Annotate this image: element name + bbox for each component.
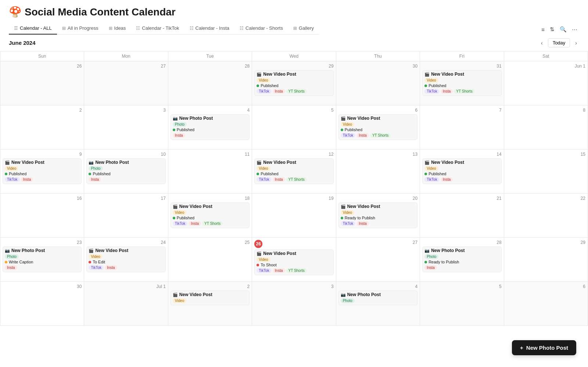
calendar-cell-24[interactable]: 24🎬New Video PostVideoTo EditTikTokInsta xyxy=(84,238,168,282)
platform-tag: Insta xyxy=(189,221,201,226)
event-item[interactable]: 📷New Photo PostPhotoReady to PublishInst… xyxy=(422,247,501,272)
tab-label-calendar-shorts: Calendar - Shorts xyxy=(245,25,283,31)
day-header-thu: Thu xyxy=(336,51,420,61)
calendar-cell-Jul-1[interactable]: Jul 1 xyxy=(84,282,168,326)
date-number: 27 xyxy=(338,240,417,245)
calendar-cell-19[interactable]: 19 xyxy=(252,194,336,238)
event-emoji: 🎬 xyxy=(424,160,430,165)
tab-all-in-progress[interactable]: ⊞All in Progress xyxy=(57,22,104,35)
calendar-cell-26[interactable]: 26 xyxy=(0,61,84,105)
calendar-cell-16[interactable]: 16 xyxy=(0,194,84,238)
calendar-cell-10[interactable]: 10📷New Photo PostPhotoPublishedInsta xyxy=(84,150,168,194)
date-number: 5 xyxy=(422,284,501,289)
calendar-cell-6[interactable]: 6 xyxy=(504,282,588,326)
event-item[interactable]: 📷New Photo PostPhoto xyxy=(338,291,417,305)
tab-calendar-shorts[interactable]: ☷Calendar - Shorts xyxy=(234,22,288,35)
calendar-cell-20[interactable]: 20🎬New Video PostVideoReady to PublishTi… xyxy=(336,194,420,238)
event-item[interactable]: 🎬New Video PostVideoPublishedTikTokInsta… xyxy=(254,70,333,96)
tab-calendar-insta[interactable]: ☷Calendar - Insta xyxy=(184,22,235,35)
platform-tags: TikTokInstaYT Shorts xyxy=(257,89,331,94)
calendar-cell-7[interactable]: 7 xyxy=(420,105,504,150)
next-month-button[interactable]: › xyxy=(573,39,579,47)
type-tag: Video xyxy=(89,254,102,259)
calendar-cell-5[interactable]: 5 xyxy=(252,105,336,150)
event-emoji: 📷 xyxy=(173,116,178,121)
event-emoji: 🎬 xyxy=(424,72,430,77)
calendar-cell-25[interactable]: 25 xyxy=(168,238,252,282)
event-emoji: 🎬 xyxy=(257,160,262,165)
calendar-cell-27[interactable]: 27 xyxy=(336,238,420,282)
sort-icon[interactable]: ⇅ xyxy=(548,24,556,35)
event-item[interactable]: 🎬New Video PostVideoTo EditTikTokInsta xyxy=(86,247,165,272)
event-item[interactable]: 📷New Photo PostPhotoPublishedInsta xyxy=(86,158,165,184)
event-item[interactable]: 🎬New Video PostVideoTo ShootTikTokInstaY… xyxy=(254,249,333,275)
calendar-cell-26[interactable]: 26🎬New Video PostVideoTo ShootTikTokInst… xyxy=(252,238,336,282)
event-status: Ready to Publish xyxy=(341,216,415,220)
calendar-cell-31[interactable]: 31🎬New Video PostVideoPublishedTikTokIns… xyxy=(420,61,504,105)
event-status: Published xyxy=(89,172,163,176)
event-type-tags: Photo xyxy=(424,254,499,259)
calendar-cell-17[interactable]: 17 xyxy=(84,194,168,238)
calendar-cell-22[interactable]: 22 xyxy=(504,194,588,238)
platform-tag: YT Shorts xyxy=(286,268,307,273)
status-label: Write Caption xyxy=(9,260,33,264)
event-item[interactable]: 🎬New Video PostVideoPublishedTikTokInsta… xyxy=(254,158,333,184)
more-icon[interactable]: ⋯ xyxy=(570,24,579,35)
date-number: 4 xyxy=(171,108,250,113)
calendar-cell-29[interactable]: 29🎬New Video PostVideoPublishedTikTokIns… xyxy=(252,61,336,105)
calendar-cell-30[interactable]: 30 xyxy=(0,282,84,326)
calendar-cell-13[interactable]: 13 xyxy=(336,150,420,194)
calendar-cell-3[interactable]: 3 xyxy=(84,105,168,150)
event-item[interactable]: 🎬New Video PostVideoPublishedTikTokInsta xyxy=(422,158,501,184)
calendar-cell-Jun-1[interactable]: Jun 1 xyxy=(504,61,588,105)
prev-month-button[interactable]: ‹ xyxy=(539,39,545,47)
calendar-cell-3[interactable]: 3 xyxy=(252,282,336,326)
event-item[interactable]: 🎬New Video PostVideoReady to PublishTikT… xyxy=(338,202,417,228)
event-title: 🎬New Video Post xyxy=(89,248,163,253)
tab-ideas[interactable]: ⊞Ideas xyxy=(104,22,131,35)
calendar-cell-8[interactable]: 8 xyxy=(504,105,588,150)
date-number: 2 xyxy=(171,284,250,289)
calendar-cell-6[interactable]: 6🎬New Video PostVideoPublishedTikTokInst… xyxy=(336,105,420,150)
calendar-cell-30[interactable]: 30 xyxy=(336,61,420,105)
calendar-cell-2[interactable]: 2 xyxy=(0,105,84,150)
tab-gallery[interactable]: ⊞Gallery xyxy=(288,22,319,35)
calendar-cell-21[interactable]: 21 xyxy=(420,194,504,238)
event-item[interactable]: 🎬New Video PostVideo xyxy=(171,291,250,305)
event-emoji: 🎬 xyxy=(341,116,346,121)
event-item[interactable]: 🎬New Video PostVideoPublishedTikTokInsta… xyxy=(171,202,250,228)
calendar-cell-18[interactable]: 18🎬New Video PostVideoPublishedTikTokIns… xyxy=(168,194,252,238)
event-item[interactable]: 📷New Photo PostPhotoWrite CaptionInsta xyxy=(3,247,82,272)
event-title: 🎬New Video Post xyxy=(257,251,331,256)
calendar-cell-11[interactable]: 11 xyxy=(168,150,252,194)
search-icon[interactable]: 🔍 xyxy=(558,24,569,35)
calendar-cell-9[interactable]: 9🎬New Video PostVideoPublishedTikTokInst… xyxy=(0,150,84,194)
status-dot xyxy=(173,129,175,131)
calendar-cell-5[interactable]: 5 xyxy=(420,282,504,326)
event-item[interactable]: 🎬New Video PostVideoPublishedTikTokInsta xyxy=(3,158,82,184)
calendar-cell-27[interactable]: 27 xyxy=(84,61,168,105)
calendar-cell-29[interactable]: 29 xyxy=(504,238,588,282)
filter-icon[interactable]: ≡ xyxy=(539,24,546,35)
event-item[interactable]: 🎬New Video PostVideoPublishedTikTokInsta… xyxy=(422,70,501,96)
event-item[interactable]: 🎬New Video PostVideoPublishedTikTokInsta… xyxy=(338,114,417,140)
event-type-tags: Video xyxy=(341,210,415,215)
date-number: 23 xyxy=(3,240,82,245)
platform-tag: TikTok xyxy=(5,177,20,182)
calendar-cell-14[interactable]: 14🎬New Video PostVideoPublishedTikTokIns… xyxy=(420,150,504,194)
calendar-cell-4[interactable]: 4📷New Photo PostPhotoPublishedInsta xyxy=(168,105,252,150)
calendar-cell-28[interactable]: 28📷New Photo PostPhotoReady to PublishIn… xyxy=(420,238,504,282)
event-emoji: 📷 xyxy=(424,248,430,253)
event-item[interactable]: 📷New Photo PostPhotoPublishedInsta xyxy=(171,114,250,140)
calendar-cell-28[interactable]: 28 xyxy=(168,61,252,105)
today-button[interactable]: Today xyxy=(548,38,570,47)
tab-label-calendar-tiktok: Calendar - TikTok xyxy=(142,25,179,31)
calendar-cell-23[interactable]: 23📷New Photo PostPhotoWrite CaptionInsta xyxy=(0,238,84,282)
tab-calendar-tiktok[interactable]: ☷Calendar - TikTok xyxy=(131,22,184,35)
calendar-cell-2[interactable]: 2🎬New Video PostVideo xyxy=(168,282,252,326)
calendar-cell-12[interactable]: 12🎬New Video PostVideoPublishedTikTokIns… xyxy=(252,150,336,194)
tab-label-gallery: Gallery xyxy=(299,25,314,31)
calendar-cell-4[interactable]: 4📷New Photo PostPhoto xyxy=(336,282,420,326)
calendar-cell-15[interactable]: 15 xyxy=(504,150,588,194)
tab-calendar-all[interactable]: ☰Calendar - ALL xyxy=(9,22,57,35)
